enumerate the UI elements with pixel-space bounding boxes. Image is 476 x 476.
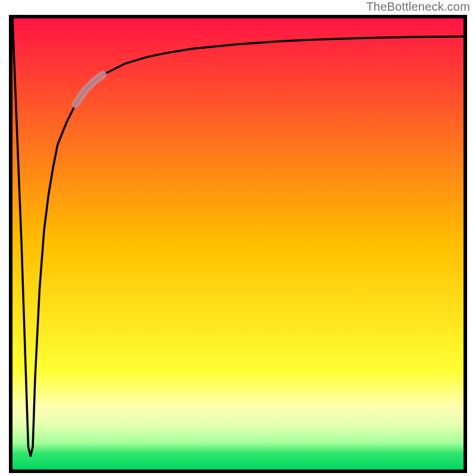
gradient-background bbox=[12, 18, 464, 469]
stage: TheBottleneck.com bbox=[0, 0, 476, 476]
bottleneck-chart bbox=[12, 18, 464, 469]
watermark-text: TheBottleneck.com bbox=[366, 0, 470, 14]
plot-frame bbox=[9, 15, 467, 473]
